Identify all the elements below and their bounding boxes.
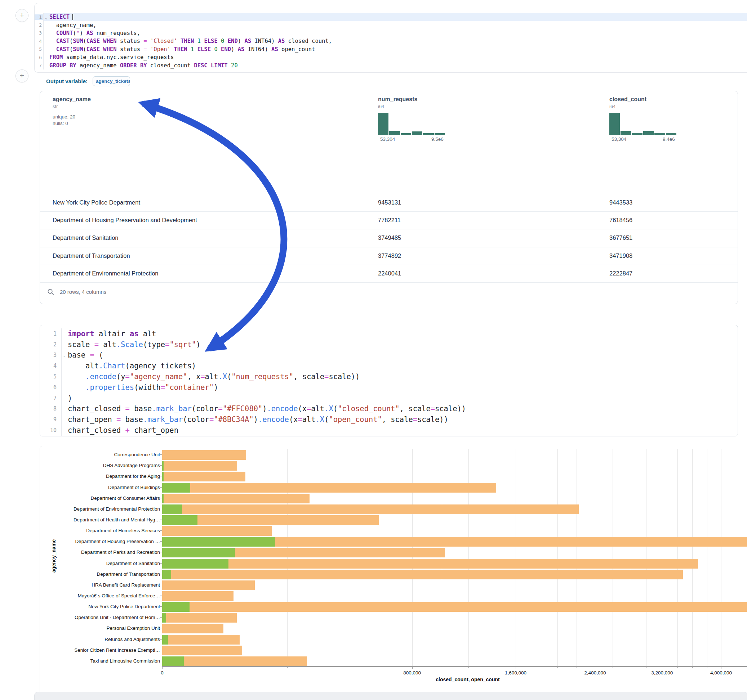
python-code-editor[interactable]: 1import altair as alt2scale = alt.Scale(… — [40, 328, 738, 436]
table-row[interactable]: New York City Police Department 9453131 … — [40, 194, 738, 212]
y-axis-label: Personal Exemption Unit — [106, 626, 160, 631]
fold-chevron-icon[interactable]: ⌄ — [63, 353, 65, 357]
y-axis-label: Department of Transportation — [97, 571, 160, 576]
bar-closed-count[interactable] — [162, 483, 496, 493]
bar-closed-count[interactable] — [162, 450, 246, 460]
bar-open-count[interactable] — [162, 537, 275, 547]
gridline — [442, 449, 442, 666]
output-variable-pill[interactable]: agency_tickets — [92, 76, 130, 86]
fold-chevron-icon[interactable]: ⌄ — [45, 16, 47, 20]
bar-closed-count[interactable] — [162, 613, 237, 623]
bar-closed-count[interactable] — [162, 494, 310, 503]
gridline — [595, 449, 595, 666]
bar-closed-count[interactable] — [162, 656, 307, 666]
column-histogram — [609, 113, 676, 135]
x-axis-tick-label: 2,400,000 — [584, 670, 606, 676]
gridline — [516, 449, 516, 666]
bar-open-count[interactable] — [162, 461, 163, 471]
bar-open-count[interactable] — [162, 515, 198, 525]
code-line[interactable]: 1import altair as alt — [40, 328, 738, 339]
y-axis-label: Department of Sanitation — [106, 560, 160, 566]
code-line[interactable]: 3⌄base = ( — [40, 350, 738, 361]
table-footer: 20 rows, 4 columns — [47, 288, 106, 295]
add-cell-button-middle[interactable]: + — [15, 69, 29, 83]
bar-closed-count[interactable] — [162, 624, 224, 634]
table-row[interactable]: Department of Transportation 3774892 347… — [40, 247, 738, 265]
bar-open-count[interactable] — [162, 472, 163, 481]
y-axis-label: Senior Citizen Rent Increase Exempti… — [74, 647, 160, 652]
column-header-closed_count[interactable]: closed_counti6453,3049.4e6 — [609, 96, 692, 142]
code-line[interactable]: 9chart_open = base.mark_bar(color="#8BC3… — [40, 414, 738, 425]
code-line[interactable]: 3 COUNT(*) AS num_requests, — [35, 29, 747, 37]
bar-open-count[interactable] — [162, 559, 228, 569]
bar-closed-count[interactable] — [162, 602, 747, 612]
gridline — [379, 449, 379, 666]
code-line[interactable]: 4 CAST(SUM(CASE WHEN status = 'Closed' T… — [35, 37, 747, 45]
code-line[interactable]: 2scale = alt.Scale(type="sqrt") — [40, 339, 738, 350]
column-histogram — [378, 113, 445, 135]
gridline — [707, 449, 708, 666]
y-axis-label: Refunds and Adjustments — [104, 636, 160, 642]
code-line[interactable]: 10chart_closed + chart_open — [40, 425, 738, 436]
code-line[interactable]: 6FROM sample_data.nyc.service_requests — [35, 53, 747, 61]
bar-closed-count[interactable] — [162, 570, 683, 579]
column-header-num_requests[interactable]: num_requestsi6453,3049.5e6 — [378, 96, 461, 142]
gridline — [558, 449, 558, 666]
table-row[interactable]: Department of Housing Preservation and D… — [40, 211, 738, 229]
gridline — [537, 449, 537, 666]
bar-open-count[interactable] — [162, 548, 235, 557]
bar-open-count[interactable] — [162, 494, 163, 503]
bar-open-count[interactable] — [162, 570, 171, 579]
code-line[interactable]: 5 CAST(SUM(CASE WHEN status = 'Open' THE… — [35, 45, 747, 53]
y-axis-label: Department of Health and Mental Hyg… — [74, 517, 160, 522]
code-line[interactable]: 6 .properties(width="container") — [40, 382, 738, 393]
code-line[interactable]: 1⌄SELECT — [35, 13, 747, 21]
bar-open-count[interactable] — [162, 483, 190, 493]
bar-closed-count[interactable] — [162, 591, 233, 601]
bar-open-count[interactable] — [162, 635, 168, 644]
bar-open-count[interactable] — [162, 656, 184, 666]
bar-open-count[interactable] — [162, 613, 166, 623]
x-axis-tick-label: 800,000 — [403, 670, 421, 676]
y-axis-label: Correspondence Unit — [114, 452, 160, 457]
bar-open-count[interactable] — [162, 504, 182, 514]
output-variable-label: Output variable: — [46, 78, 88, 84]
bar-closed-count[interactable] — [162, 559, 698, 569]
column-header-agency_name[interactable]: agency_namestrunique: 20nulls: 0 — [53, 96, 91, 127]
y-axis-label: Department of Homeless Services — [86, 528, 160, 533]
y-axis-label: Department of Housing Preservation … — [75, 539, 160, 544]
code-line[interactable]: 2 agency_name, — [35, 21, 747, 29]
gridline — [412, 449, 413, 666]
bar-closed-count[interactable] — [162, 504, 579, 514]
code-line[interactable]: 5 .encode(y="agency_name", x=alt.X("num_… — [40, 371, 738, 382]
bar-closed-count[interactable] — [162, 646, 242, 655]
x-axis-tick-label: 4,000,000 — [710, 670, 732, 676]
bar-closed-count[interactable] — [162, 526, 272, 536]
y-axis-label: DHS Advantage Programs — [103, 463, 160, 468]
code-line[interactable]: 7) — [40, 393, 738, 404]
add-cell-button-top[interactable]: + — [15, 9, 29, 22]
sql-code-editor[interactable]: 1⌄SELECT2 agency_name,3 COUNT(*) AS num_… — [35, 13, 747, 69]
table-row[interactable]: Department of Environmental Protection 2… — [40, 265, 738, 283]
bar-closed-count[interactable] — [162, 472, 245, 481]
y-axis-label: Department of Consumer Affairs — [91, 495, 160, 501]
x-axis-tick-label: 1,600,000 — [505, 670, 526, 676]
bar-closed-count[interactable] — [162, 635, 240, 644]
search-icon[interactable] — [47, 288, 54, 295]
table-row[interactable]: Department of Sanitation 3749485 3677651 — [40, 229, 738, 247]
code-line[interactable]: 8chart_closed = base.mark_bar(color="#FF… — [40, 404, 738, 415]
y-axis-label: Department for the Aging — [106, 474, 160, 479]
text-cursor — [73, 14, 73, 20]
bar-closed-count[interactable] — [162, 581, 255, 590]
bar-closed-count[interactable] — [162, 461, 237, 471]
y-axis-label: Operations Unit - Department of Hom… — [75, 615, 160, 620]
sql-cell: 1⌄SELECT2 agency_name,3 COUNT(*) AS num_… — [34, 3, 747, 73]
chart-plot-area[interactable]: 0800,0001,600,0002,400,0003,200,0004,000… — [162, 449, 747, 687]
code-line[interactable]: 4 alt.Chart(agency_tickets) — [40, 361, 738, 371]
bar-open-count[interactable] — [162, 602, 189, 612]
table-body: New York City Police Department 9453131 … — [40, 194, 738, 282]
y-axis-label: HRA Benefit Card Replacement — [92, 582, 160, 587]
python-cell: 1import altair as alt2scale = alt.Scale(… — [39, 325, 738, 436]
next-cell-band — [34, 692, 747, 700]
code-line[interactable]: 7GROUP BY agency_name ORDER BY closed_co… — [35, 61, 747, 69]
